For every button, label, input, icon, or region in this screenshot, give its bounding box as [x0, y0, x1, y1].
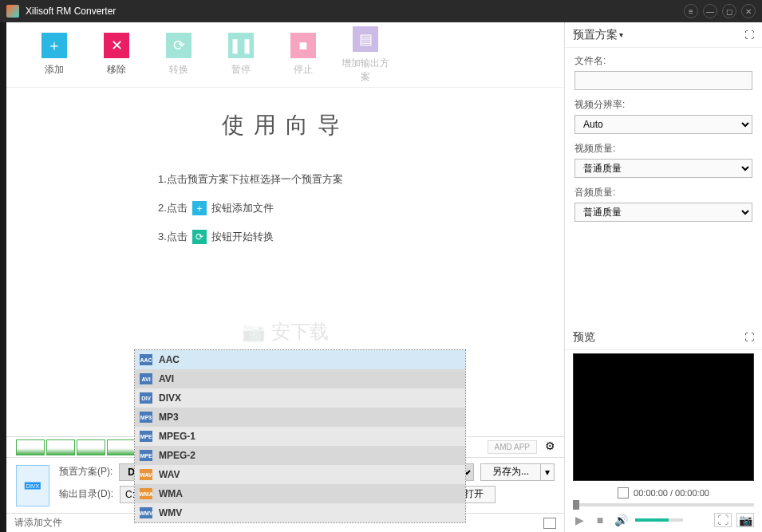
format-option-mpeg-1[interactable]: MPEMPEG-1 — [135, 427, 465, 446]
add-preset-button[interactable]: ▤ 增加输出方案 — [342, 26, 389, 84]
minimize-button[interactable]: — — [703, 4, 717, 18]
convert-button[interactable]: ⟳ 转换 — [155, 33, 203, 77]
wizard-area: 使用向导 1.点击预置方案下拉框选择一个预置方案 2.点击 ＋ 按钮添加文件 3… — [6, 88, 564, 436]
format-badge-icon: WMV — [140, 507, 152, 518]
maximize-button[interactable]: ◻ — [722, 4, 736, 18]
stop-button[interactable]: ■ 停止 — [279, 33, 327, 77]
format-option-wav[interactable]: WAVWAV — [135, 465, 465, 484]
preset-label: 预置方案(P): — [59, 465, 113, 479]
format-badge-icon: MPE — [140, 431, 152, 442]
amd-app-button[interactable]: AMD APP — [488, 440, 537, 454]
left-edge-strip — [0, 22, 6, 532]
output-dir-label: 输出目录(D): — [59, 487, 113, 501]
wizard-step-1: 1.点击预置方案下拉框选择一个预置方案 — [158, 172, 532, 187]
format-badge-icon: AAC — [140, 354, 152, 365]
format-option-mpeg-2[interactable]: MPEMPEG-2 — [135, 446, 465, 465]
close-button[interactable]: ✕ — [741, 4, 756, 18]
settings-gear-icon[interactable]: ⚙ — [542, 439, 558, 455]
remove-button[interactable]: ✕ 移除 — [93, 33, 140, 77]
play-icon[interactable]: ▶ — [573, 514, 586, 526]
plus-icon: ＋ — [41, 33, 67, 58]
filename-label: 文件名: — [574, 54, 752, 68]
pause-icon: ❚❚ — [228, 33, 254, 58]
main-toolbar: ＋ 添加 ✕ 移除 ⟳ 转换 ❚❚ 暂停 ■ 停止 ▤ 增加输出方案 — [6, 22, 564, 88]
format-badge-icon: DIV — [140, 392, 152, 404]
cpu-graph — [16, 439, 136, 455]
format-badge-icon: MPE — [140, 450, 152, 461]
stop-playback-icon[interactable]: ■ — [594, 514, 606, 526]
expand-preset-icon[interactable]: ⛶ — [744, 30, 754, 41]
stop-icon: ■ — [290, 33, 316, 58]
add-button[interactable]: ＋ 添加 — [30, 33, 78, 77]
save-as-dropdown[interactable]: ▾ — [540, 463, 555, 481]
clock-icon — [618, 487, 629, 499]
video-quality-select[interactable]: 普通质量 — [574, 159, 752, 178]
window-title: Xilisoft RM Converter — [26, 6, 684, 17]
pause-button[interactable]: ❚❚ 暂停 — [217, 33, 265, 77]
refresh-icon: ⟳ — [192, 230, 207, 244]
menu-button[interactable]: ≡ — [684, 4, 698, 18]
wizard-step-3: 3.点击 ⟳ 按钮开始转换 — [158, 230, 532, 244]
status-view-icon[interactable] — [543, 518, 556, 529]
format-dropdown[interactable]: AACAACAVIAVIDIVDIVXMP3MP3MPEMPEG-1MPEMPE… — [134, 349, 466, 523]
format-option-divx[interactable]: DIVDIVX — [135, 388, 465, 408]
volume-slider[interactable] — [635, 518, 683, 522]
resolution-label: 视频分辨率: — [574, 98, 752, 112]
format-option-wmv[interactable]: WMVWMV — [135, 503, 465, 522]
snapshot-icon[interactable]: 📷 — [736, 513, 754, 527]
preset-panel-header: 预置方案▾ ⛶ — [565, 22, 762, 48]
audio-quality-label: 音频质量: — [574, 186, 752, 199]
refresh-icon: ⟳ — [166, 33, 191, 58]
volume-icon[interactable]: 🔊 — [614, 514, 627, 526]
expand-preview-icon[interactable]: ⛶ — [744, 332, 754, 343]
titlebar: Xilisoft RM Converter ≡ — ◻ ✕ — [0, 0, 762, 22]
preview-video — [573, 353, 754, 481]
wizard-title: 使用向导 — [38, 110, 532, 140]
format-option-avi[interactable]: AVIAVI — [135, 369, 465, 388]
format-badge-icon: WMA — [140, 488, 152, 499]
format-badge-icon: AVI — [140, 373, 152, 384]
preview-panel-header: 预览 ⛶ — [565, 325, 762, 350]
resolution-select[interactable]: Auto — [574, 115, 752, 134]
plus-icon: ＋ — [192, 201, 207, 215]
wizard-step-2: 2.点击 ＋ 按钮添加文件 — [158, 201, 532, 215]
filename-input[interactable] — [574, 71, 752, 90]
app-logo-icon — [6, 5, 19, 18]
x-icon: ✕ — [104, 33, 129, 58]
fullscreen-icon[interactable]: ⛶ — [714, 513, 732, 527]
audio-quality-select[interactable]: 普通质量 — [574, 203, 752, 222]
document-icon: ▤ — [353, 26, 378, 52]
playback-slider[interactable] — [573, 503, 754, 506]
format-badge-icon: MP3 — [140, 412, 152, 423]
format-option-mp3[interactable]: MP3MP3 — [135, 408, 465, 427]
save-as-button[interactable]: 另存为... — [480, 463, 540, 481]
format-badge-icon: WAV — [140, 469, 152, 480]
format-file-icon — [16, 465, 49, 506]
status-text: 请添加文件 — [14, 516, 62, 530]
time-display: 00:00:00 / 00:00:00 — [565, 484, 762, 502]
video-quality-label: 视频质量: — [574, 142, 752, 156]
format-option-wma[interactable]: WMAWMA — [135, 484, 465, 503]
format-option-aac[interactable]: AACAAC — [135, 350, 465, 369]
